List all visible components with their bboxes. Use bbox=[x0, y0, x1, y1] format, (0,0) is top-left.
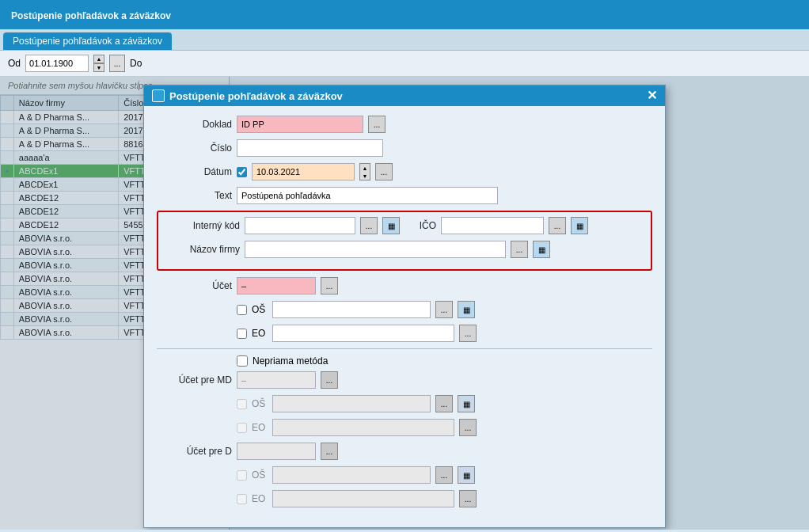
app-title-bar: Postúpenie pohľadávok a záväzkov bbox=[0, 0, 809, 29]
eo3-checkbox[interactable] bbox=[237, 494, 247, 504]
ico-input[interactable] bbox=[441, 217, 544, 234]
datum-spin-up[interactable]: ▲ bbox=[360, 164, 370, 172]
datum-checkbox[interactable] bbox=[237, 167, 247, 177]
text-row: Text bbox=[157, 187, 652, 204]
interny-kod-label: Interný kód bbox=[165, 220, 240, 231]
text-input[interactable] bbox=[237, 187, 498, 204]
os3-grid-btn[interactable]: ▦ bbox=[458, 466, 475, 484]
od-input[interactable] bbox=[25, 55, 89, 72]
datum-spin-down[interactable]: ▼ bbox=[360, 172, 370, 180]
uct-d-input[interactable] bbox=[237, 443, 316, 460]
uct-md-input[interactable] bbox=[237, 371, 316, 389]
nepriama-row: Nepriama metóda bbox=[157, 355, 652, 367]
os-grid-btn[interactable]: ▦ bbox=[458, 301, 475, 318]
od-spinner[interactable]: ▲ ▼ bbox=[93, 55, 104, 72]
ico-grid-btn[interactable]: ▦ bbox=[571, 217, 588, 234]
eo3-row: EO ... bbox=[157, 490, 652, 507]
eo3-label: EO bbox=[252, 493, 268, 504]
cislo-row: Číslo bbox=[157, 139, 652, 157]
os3-browse-btn[interactable]: ... bbox=[435, 466, 453, 484]
modal-overlay: Postúpenie pohľadávok a záväzkov ✕ Dokla… bbox=[0, 77, 809, 530]
nepriama-metoda-checkbox[interactable] bbox=[237, 355, 248, 367]
main-area: Potiahnite sem myšou hlavičku stĺpca Náz… bbox=[0, 77, 809, 530]
modal-icon bbox=[152, 89, 165, 102]
os2-checkbox[interactable] bbox=[237, 399, 247, 409]
modal-title: Postúpenie pohľadávok a záväzkov bbox=[169, 90, 343, 102]
doklad-label: Doklad bbox=[157, 119, 232, 130]
uct-browse-btn[interactable]: ... bbox=[321, 277, 338, 294]
eo-row: EO ... bbox=[157, 325, 652, 342]
os-input[interactable] bbox=[272, 301, 431, 318]
interny-kod-grid-btn[interactable]: ▦ bbox=[382, 217, 400, 234]
ico-browse-btn[interactable]: ... bbox=[549, 217, 566, 234]
do-label: Do bbox=[130, 58, 142, 69]
od-label: Od bbox=[8, 58, 21, 69]
uct-md-row: Účet pre MD ... bbox=[157, 371, 652, 389]
od-spin-up[interactable]: ▲ bbox=[93, 55, 104, 63]
uct-row: Účet ... bbox=[157, 277, 652, 294]
nazov-firmy-grid-btn[interactable]: ▦ bbox=[533, 241, 550, 258]
eo2-browse-btn[interactable]: ... bbox=[459, 419, 477, 436]
doklad-input[interactable] bbox=[237, 116, 363, 133]
cislo-label: Číslo bbox=[157, 142, 232, 154]
nazov-firmy-input[interactable] bbox=[245, 241, 506, 258]
tab-postupenie[interactable]: Postúpenie pohľadávok a záväzkov bbox=[3, 32, 172, 50]
modal-close-button[interactable]: ✕ bbox=[647, 89, 657, 102]
os3-input bbox=[272, 466, 431, 484]
os3-checkbox[interactable] bbox=[237, 470, 247, 481]
os2-grid-btn[interactable]: ▦ bbox=[458, 395, 475, 412]
uct-label: Účet bbox=[157, 280, 232, 291]
uct-d-browse-btn[interactable]: ... bbox=[321, 443, 338, 460]
tab-bar: Postúpenie pohľadávok a záväzkov bbox=[0, 29, 809, 51]
nazov-row: Názov firmy ... ▦ bbox=[165, 241, 644, 258]
app-title: Postúpenie pohľadávok a záväzkov bbox=[11, 10, 171, 21]
eo2-checkbox[interactable] bbox=[237, 423, 247, 433]
os-checkbox[interactable] bbox=[237, 305, 247, 315]
os-browse-btn[interactable]: ... bbox=[435, 301, 453, 318]
uct-d-label: Účet pre D bbox=[157, 446, 232, 457]
os2-input bbox=[272, 395, 431, 412]
doklad-browse-btn[interactable]: ... bbox=[368, 116, 386, 133]
nepriama-metoda-label: Nepriama metóda bbox=[253, 355, 328, 367]
nazov-firmy-browse-btn[interactable]: ... bbox=[511, 241, 528, 258]
os2-label: OŠ bbox=[252, 398, 268, 409]
od-spin-down[interactable]: ▼ bbox=[93, 63, 104, 72]
os2-browse-btn[interactable]: ... bbox=[435, 395, 453, 412]
interny-kod-browse-btn[interactable]: ... bbox=[360, 217, 378, 234]
text-label: Text bbox=[157, 190, 232, 201]
os-label: OŠ bbox=[252, 304, 268, 315]
toolbar: Od ▲ ▼ ... Do bbox=[0, 51, 809, 77]
uct-d-row: Účet pre D ... bbox=[157, 443, 652, 460]
modal-header-left: Postúpenie pohľadávok a záväzkov bbox=[152, 89, 343, 102]
modal-body: Doklad ... Číslo Dátum ▲ ▼ bbox=[144, 106, 665, 523]
nazov-firmy-label: Názov firmy bbox=[165, 244, 240, 255]
interny-kod-input[interactable] bbox=[245, 217, 355, 234]
od-browse-btn[interactable]: ... bbox=[109, 55, 125, 72]
eo-label: EO bbox=[252, 328, 268, 339]
datum-input[interactable] bbox=[252, 163, 355, 180]
os3-label: OŠ bbox=[252, 469, 268, 481]
interny-ico-row: Interný kód ... ▦ IČO ... ▦ bbox=[165, 217, 644, 234]
datum-browse-btn[interactable]: ... bbox=[375, 163, 393, 180]
uct-md-browse-btn[interactable]: ... bbox=[321, 371, 338, 389]
eo2-label: EO bbox=[252, 422, 268, 433]
eo-checkbox[interactable] bbox=[237, 329, 247, 339]
doklad-row: Doklad ... bbox=[157, 116, 652, 133]
eo3-browse-btn[interactable]: ... bbox=[459, 490, 477, 507]
modal-dialog: Postúpenie pohľadávok a záväzkov ✕ Dokla… bbox=[143, 85, 666, 528]
uct-input[interactable] bbox=[237, 277, 316, 294]
os2-row: OŠ ... ▦ bbox=[157, 395, 652, 412]
modal-header: Postúpenie pohľadávok a záväzkov ✕ bbox=[144, 86, 665, 106]
datum-spinner[interactable]: ▲ ▼ bbox=[359, 163, 370, 180]
eo-browse-btn[interactable]: ... bbox=[459, 325, 477, 342]
eo-input[interactable] bbox=[272, 325, 454, 342]
datum-row: Dátum ▲ ▼ ... bbox=[157, 163, 652, 180]
separator-1 bbox=[157, 348, 652, 349]
os-row: OŠ ... ▦ bbox=[157, 301, 652, 318]
cislo-input[interactable] bbox=[237, 139, 383, 157]
eo2-row: EO ... bbox=[157, 419, 652, 436]
datum-label: Dátum bbox=[157, 166, 232, 177]
highlight-box: Interný kód ... ▦ IČO ... ▦ Názov firmy … bbox=[157, 211, 652, 271]
uct-md-label: Účet pre MD bbox=[157, 374, 232, 386]
eo3-input bbox=[272, 490, 454, 507]
